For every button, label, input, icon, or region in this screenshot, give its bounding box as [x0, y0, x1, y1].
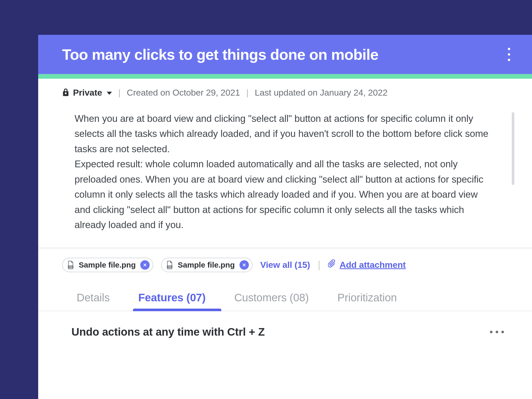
tab-prioritization[interactable]: Prioritization [337, 291, 397, 311]
attachment-chip[interactable]: PNG Sample file.png [161, 258, 252, 272]
lock-icon [62, 88, 69, 97]
scrollbar[interactable] [512, 112, 514, 185]
feature-more-menu-button[interactable] [488, 329, 506, 335]
remove-attachment-button[interactable] [140, 260, 150, 270]
remove-attachment-button[interactable] [240, 260, 249, 270]
add-attachment-link[interactable]: Add attachment [328, 260, 406, 270]
attachment-name: Sample file.png [79, 261, 136, 269]
visibility-label: Private [73, 88, 102, 98]
file-png-icon: PNG [166, 261, 173, 269]
separator: | [118, 88, 121, 98]
accent-bar [38, 74, 532, 79]
attachment-chip[interactable]: PNG Sample file.png [62, 258, 153, 272]
divider [38, 247, 532, 249]
view-all-attachments-link[interactable]: View all (15) [260, 260, 310, 270]
updated-date: Last updated on January 24, 2022 [255, 88, 388, 98]
add-attachment-label: Add attachment [340, 260, 406, 270]
tab-details[interactable]: Details [77, 291, 110, 311]
tab-features[interactable]: Features (07) [138, 291, 205, 311]
feature-title: Undo actions at any time with Ctrl + Z [71, 326, 265, 338]
separator: | [246, 88, 249, 98]
separator: | [318, 259, 321, 270]
chevron-down-icon [107, 92, 112, 95]
description-text: When you are at board view and clicking … [38, 111, 532, 233]
created-date: Created on October 29, 2021 [127, 88, 240, 98]
attachment-name: Sample file.png [178, 261, 235, 269]
tab-customers[interactable]: Customers (08) [234, 291, 309, 311]
paperclip-icon [328, 260, 336, 270]
svg-text:PNG: PNG [168, 266, 172, 268]
page-title: Too many clicks to get things done on mo… [62, 46, 378, 63]
file-png-icon: PNG [67, 261, 74, 269]
visibility-dropdown[interactable]: Private [62, 88, 112, 98]
svg-text:PNG: PNG [69, 266, 72, 268]
more-menu-button[interactable] [502, 46, 516, 63]
